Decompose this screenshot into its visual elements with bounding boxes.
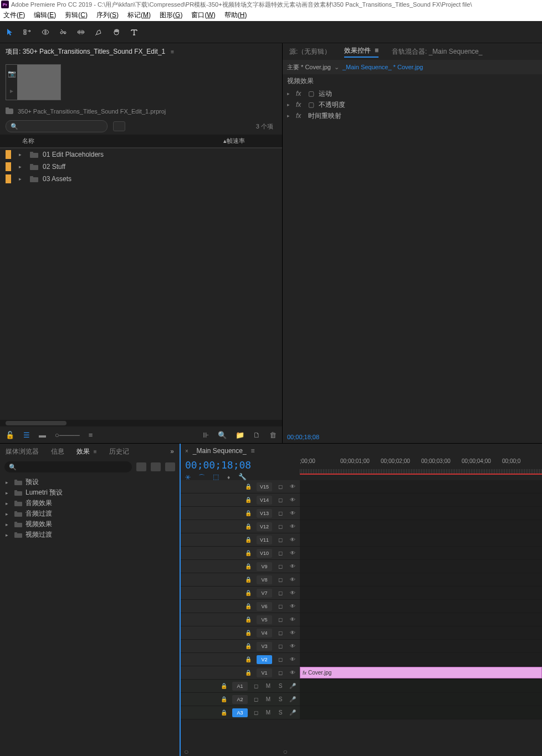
timeline-timecode[interactable]: 00;00;18;08: [185, 459, 295, 471]
track-target-button[interactable]: A3: [232, 708, 248, 717]
eye-icon[interactable]: 👁: [289, 537, 296, 543]
effect-时间重映射[interactable]: ▸fx时间重映射: [283, 110, 542, 121]
effects-folder-视频效果[interactable]: ▸视频效果: [0, 519, 180, 529]
toggle-output-icon[interactable]: ◻: [277, 656, 284, 662]
menu-剪辑C[interactable]: 剪辑(C): [65, 11, 88, 20]
solo-button[interactable]: S: [277, 683, 284, 689]
eye-icon[interactable]: 👁: [289, 656, 296, 662]
lock-icon[interactable]: 🔒: [244, 537, 252, 543]
effects-search-input[interactable]: 🔍: [4, 461, 132, 472]
effects-folder-音频过渡[interactable]: ▸音频过渡: [0, 508, 180, 519]
eye-icon[interactable]: 👁: [289, 603, 296, 609]
lock-icon[interactable]: 🔒: [220, 696, 228, 702]
lock-icon[interactable]: 🔒: [244, 497, 252, 503]
toggle-output-icon[interactable]: ◻: [277, 537, 284, 543]
lock-icon[interactable]: 🔒: [244, 630, 252, 636]
pen-tool[interactable]: [93, 27, 104, 38]
effects-tab-媒体浏览器[interactable]: 媒体浏览器: [6, 447, 39, 456]
eye-icon[interactable]: 👁: [289, 630, 296, 636]
toggle-output-icon[interactable]: ◻: [277, 630, 284, 636]
solo-button[interactable]: S: [277, 696, 284, 702]
track-target-button[interactable]: V7: [257, 589, 272, 598]
toggle-output-icon[interactable]: ◻: [277, 563, 284, 569]
solo-button[interactable]: S: [277, 709, 284, 716]
expand-arrow-icon[interactable]: ▸: [287, 102, 292, 107]
track-target-button[interactable]: V11: [257, 536, 272, 544]
menu-序列S[interactable]: 序列(S): [96, 11, 119, 20]
expand-arrow-icon[interactable]: ▸: [19, 164, 24, 169]
close-sequence-icon[interactable]: ×: [185, 448, 188, 454]
delete-icon[interactable]: 🗑: [269, 431, 277, 439]
lock-icon[interactable]: 🔒: [244, 577, 252, 583]
lock-icon[interactable]: 🔒: [244, 603, 252, 609]
toggle-output-icon[interactable]: ◻: [277, 550, 284, 556]
expand-arrow-icon[interactable]: ▸: [287, 113, 292, 119]
track-target-button[interactable]: V15: [257, 482, 272, 491]
project-search-input[interactable]: 🔍: [6, 120, 108, 132]
sort-icon[interactable]: ≡: [89, 431, 93, 439]
eye-icon[interactable]: 👁: [289, 577, 296, 583]
project-item[interactable]: ▸02 Stuff: [0, 161, 282, 173]
expand-arrow-icon[interactable]: ▸: [6, 522, 11, 527]
lock-icon[interactable]: 🔒: [244, 563, 252, 569]
voice-over-icon[interactable]: 🎤: [289, 696, 296, 702]
menu-文件F[interactable]: 文件(F): [3, 11, 25, 20]
toggle-output-icon[interactable]: ◻: [277, 643, 284, 649]
lock-icon[interactable]: 🔒: [244, 616, 252, 623]
lock-icon[interactable]: 🔒: [244, 523, 252, 529]
toggle-output-icon[interactable]: ◻: [277, 670, 284, 676]
automate-icon[interactable]: ⊪: [203, 431, 209, 439]
menu-帮助H[interactable]: 帮助(H): [224, 11, 247, 20]
toggle-output-icon[interactable]: ◻: [277, 590, 284, 596]
effects-folder-Lumetri 预设[interactable]: ▸Lumetri 预设: [0, 487, 180, 498]
effect-运动[interactable]: ▸fx▢运动: [283, 88, 542, 99]
panel-menu-icon[interactable]: ≡: [171, 49, 174, 55]
eye-icon[interactable]: 👁: [289, 550, 296, 556]
type-tool[interactable]: [129, 27, 140, 38]
chevron-down-icon[interactable]: ⌄: [334, 64, 339, 71]
effects-tab-信息[interactable]: 信息: [51, 447, 64, 456]
menu-图形G[interactable]: 图形(G): [160, 11, 182, 20]
lock-icon[interactable]: 🔓: [6, 431, 14, 439]
effects-tab-历史记[interactable]: 历史记: [109, 447, 129, 456]
timeline-clip[interactable]: fxCover.jpg: [300, 667, 542, 678]
eye-icon[interactable]: 👁: [289, 670, 296, 676]
track-target-button[interactable]: A1: [232, 682, 248, 691]
scroll-handle-left[interactable]: ○: [184, 747, 188, 756]
toggle-output-icon[interactable]: ◻: [252, 709, 260, 716]
eye-icon[interactable]: 👁: [289, 484, 296, 490]
selection-tool[interactable]: [4, 27, 16, 38]
horizontal-scrollbar[interactable]: [0, 420, 282, 426]
project-item[interactable]: ▸01 Edit Placeholders: [0, 148, 282, 161]
list-view-icon[interactable]: ☰: [23, 431, 30, 439]
voice-over-icon[interactable]: 🎤: [289, 709, 296, 716]
expand-arrow-icon[interactable]: ▸: [6, 532, 11, 538]
lock-icon[interactable]: 🔒: [244, 510, 252, 516]
lock-icon[interactable]: 🔒: [244, 670, 252, 676]
fx-badge-1[interactable]: [136, 462, 146, 471]
sequence-tab[interactable]: _Main Sequence_: [193, 447, 247, 455]
toggle-output-icon[interactable]: ◻: [277, 484, 284, 490]
fx-badge-3[interactable]: [165, 462, 175, 471]
menu-编辑E[interactable]: 编辑(E): [34, 11, 56, 20]
zoom-slider[interactable]: ○────: [55, 431, 80, 439]
lock-icon[interactable]: 🔒: [244, 656, 252, 662]
eye-icon[interactable]: 👁: [289, 590, 296, 596]
audio-mixer-tab[interactable]: 音轨混合器: _Main Sequence_: [392, 47, 482, 56]
effect-不透明度[interactable]: ▸fx▢不透明度: [283, 99, 542, 110]
lock-icon[interactable]: 🔒: [244, 484, 252, 490]
find-icon[interactable]: 🔍: [218, 431, 227, 439]
mute-button[interactable]: M: [264, 709, 272, 716]
track-target-button[interactable]: V9: [257, 562, 272, 571]
slip-tool[interactable]: [75, 27, 86, 38]
effects-folder-音频效果[interactable]: ▸音频效果: [0, 498, 180, 508]
effects-tab-效果[interactable]: 效果 ≡: [76, 447, 97, 456]
toggle-output-icon[interactable]: ◻: [277, 497, 284, 503]
toggle-output-icon[interactable]: ◻: [277, 616, 284, 623]
track-target-button[interactable]: V2: [257, 655, 272, 664]
new-item-icon[interactable]: 🗋: [253, 431, 260, 439]
expand-arrow-icon[interactable]: ▸: [19, 152, 24, 157]
time-ruler[interactable]: ;00;0000;00;01;0000;00;02;0000;00;03;000…: [300, 458, 542, 480]
toggle-output-icon[interactable]: ◻: [252, 683, 260, 689]
eye-icon[interactable]: 👁: [289, 616, 296, 623]
